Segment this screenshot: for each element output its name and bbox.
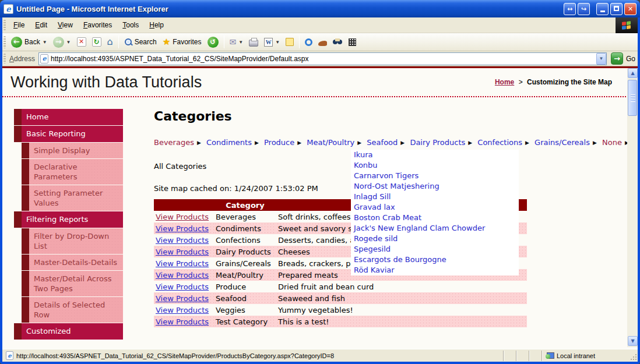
view-products-link[interactable]: View Products: [156, 259, 209, 268]
addressbar: Address e http://localhost:4935/ASPNET_D…: [2, 51, 638, 66]
flyout-product-item[interactable]: Gravad lax: [351, 202, 519, 213]
addon-shoe-button[interactable]: [315, 34, 330, 50]
toolbar-grip-handle[interactable]: [3, 20, 6, 30]
flyout-product-item[interactable]: Escargots de Bourgogne: [351, 255, 519, 265]
sidebar-item-master-detail-across-two-pages[interactable]: Master/Detail Across Two Pages: [22, 271, 123, 296]
menu-view[interactable]: View: [52, 19, 78, 31]
addon-barcode-button[interactable]: [346, 34, 359, 50]
sidebar-item-declarative-parameters[interactable]: Declarative Parameters: [22, 159, 123, 185]
search-button[interactable]: Search: [121, 34, 160, 50]
flyout-product-item[interactable]: Nord-Ost Matjeshering: [351, 181, 519, 192]
breadcrumb-home-link[interactable]: Home: [495, 78, 514, 86]
flyout-product-item[interactable]: Spegesild: [351, 244, 519, 255]
refresh-button[interactable]: ↻: [89, 34, 104, 50]
category-cell: Meat/Poultry: [214, 269, 276, 281]
menu-help[interactable]: Help: [144, 19, 169, 31]
category-menu-item-seafood[interactable]: Seafood: [367, 138, 398, 147]
stop-button[interactable]: ✕: [74, 34, 89, 50]
flyout-product-item[interactable]: Rogede sild: [351, 234, 519, 244]
pan-left-right-button[interactable]: ↔: [564, 3, 576, 15]
sidebar-item-setting-parameter-values[interactable]: Setting Parameter Values: [22, 185, 123, 211]
view-products-link[interactable]: View Products: [156, 317, 209, 326]
toolbar-grip-handle[interactable]: [3, 54, 6, 64]
forward-dropdown-icon[interactable]: ▼: [66, 40, 71, 45]
address-url-text[interactable]: http://localhost:4935/ASPNET_Data_Tutori…: [51, 55, 596, 63]
go-button[interactable]: →: [611, 52, 623, 65]
sidebar-item-details-of-selected-row[interactable]: Details of Selected Row: [22, 297, 123, 323]
forward-button[interactable]: → ▼: [50, 34, 74, 50]
back-button[interactable]: ← Back ▼: [8, 34, 50, 50]
favorites-button[interactable]: ★ Favorites: [160, 34, 205, 50]
flyout-product-item[interactable]: Ikura: [351, 150, 519, 160]
close-button[interactable]: ✕: [624, 3, 637, 15]
messenger-button[interactable]: [302, 34, 315, 50]
resize-grip[interactable]: [629, 351, 638, 361]
view-products-link[interactable]: View Products: [156, 224, 209, 233]
sidebar-item-basic-reporting[interactable]: Basic Reporting: [14, 126, 123, 142]
menu-favorites[interactable]: Favorites: [78, 19, 117, 31]
history-button[interactable]: ↺: [205, 34, 221, 50]
sidebar-accent: [22, 143, 29, 158]
flyout-product-item[interactable]: Carnarvon Tigers: [351, 171, 519, 181]
flyout-product-item[interactable]: Inlagd Sill: [351, 192, 519, 202]
address-input[interactable]: e http://localhost:4935/ASPNET_Data_Tuto…: [38, 52, 607, 65]
category-menu-item-dairy-products[interactable]: Dairy Products: [410, 138, 465, 147]
sidebar-item-label: Basic Reporting: [22, 126, 123, 142]
flyout-product-item[interactable]: Röd Kaviar: [351, 265, 519, 275]
view-products-link[interactable]: View Products: [156, 213, 209, 221]
flyout-product-item[interactable]: Jack's New England Clam Chowder: [351, 223, 519, 234]
pop-out-button[interactable]: ↪: [578, 3, 590, 15]
sidebar-item-filter-by-drop-down-list[interactable]: Filter by Drop-Down List: [22, 228, 123, 254]
sidebar-item-simple-display[interactable]: Simple Display: [22, 143, 123, 158]
category-menu-item-meat-poultry[interactable]: Meat/Poultry: [307, 138, 354, 147]
flyout-product-item[interactable]: Boston Crab Meat: [351, 213, 519, 223]
menu-arrow-icon: ▶: [593, 140, 597, 146]
print-button[interactable]: [246, 34, 261, 50]
menu-tools[interactable]: Tools: [117, 19, 144, 31]
sidebar-item-filtering-reports[interactable]: Filtering Reports: [14, 211, 123, 228]
scrollbar-track[interactable]: [628, 79, 638, 336]
menu-edit[interactable]: Edit: [30, 19, 52, 31]
research-button[interactable]: [330, 34, 346, 50]
maximize-button[interactable]: [610, 3, 623, 15]
word-icon: W: [264, 38, 273, 47]
view-products-link[interactable]: View Products: [156, 271, 209, 280]
edit-with-word-button[interactable]: W ▼: [261, 34, 283, 50]
address-dropdown-button[interactable]: ▼: [596, 53, 606, 65]
go-label[interactable]: Go: [626, 55, 635, 63]
category-menu-item-produce[interactable]: Produce: [264, 138, 294, 147]
flyout-product-item[interactable]: Konbu: [351, 160, 519, 171]
view-products-link[interactable]: View Products: [156, 236, 209, 245]
seafood-products-flyout: Ikura Konbu Carnarvon Tigers Nord-Ost Ma…: [351, 150, 519, 275]
toolbar-grip-handle[interactable]: [3, 36, 6, 48]
category-cell: Produce: [214, 281, 276, 292]
category-menu-item-none[interactable]: None: [602, 138, 622, 147]
sidebar-item-master-details-details[interactable]: Master-Details-Details: [22, 255, 123, 270]
sidebar-item-customized[interactable]: Customized: [14, 323, 123, 340]
vertical-scrollbar[interactable]: ▲ ▼: [627, 68, 638, 347]
sidebar-item-home[interactable]: Home: [14, 109, 123, 125]
home-button[interactable]: ⌂: [104, 34, 116, 50]
notes-button[interactable]: [283, 34, 297, 50]
menu-file[interactable]: File: [8, 19, 30, 31]
category-menu-item-grains-cereals[interactable]: Grains/Cereals: [534, 138, 590, 147]
mail-button[interactable]: ✉ ▼: [227, 34, 247, 50]
view-products-link[interactable]: View Products: [156, 248, 209, 256]
category-menu-item-condiments[interactable]: Condiments: [206, 138, 252, 147]
scroll-down-button[interactable]: ▼: [628, 336, 638, 346]
scroll-up-button[interactable]: ▲: [628, 68, 638, 78]
minimize-button[interactable]: [596, 3, 609, 15]
edit-dropdown-icon[interactable]: ▼: [275, 40, 280, 45]
category-cell: Beverages: [214, 211, 276, 222]
description-cell: Dried fruit and bean curd: [276, 281, 527, 292]
mail-dropdown-icon[interactable]: ▼: [238, 40, 243, 45]
view-products-link[interactable]: View Products: [156, 282, 209, 291]
window-title: Untitled Page - Microsoft Internet Explo…: [16, 5, 562, 13]
menu-arrow-icon: ▶: [400, 140, 405, 146]
view-products-link[interactable]: View Products: [156, 306, 209, 314]
back-dropdown-icon[interactable]: ▼: [43, 40, 47, 45]
category-menu-item-beverages[interactable]: Beverages: [154, 138, 194, 147]
scrollbar-thumb[interactable]: [628, 80, 637, 116]
category-menu-item-confections[interactable]: Confections: [477, 138, 522, 147]
view-products-link[interactable]: View Products: [156, 294, 209, 303]
